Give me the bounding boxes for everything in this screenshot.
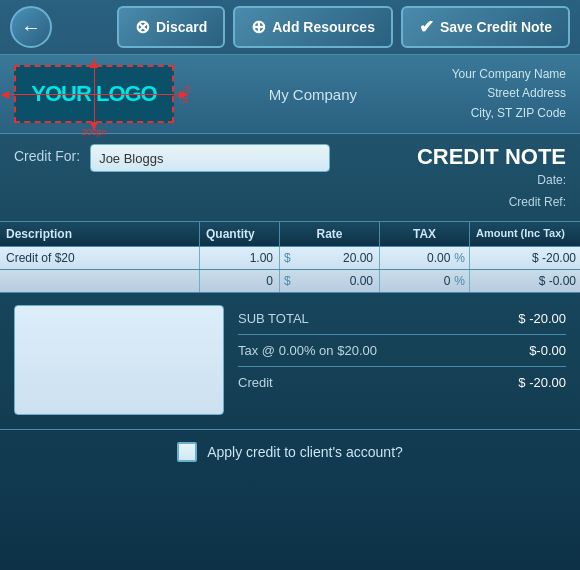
back-button[interactable]: ←	[10, 6, 52, 48]
apply-credit-label: Apply credit to client's account?	[207, 444, 403, 460]
col-header-rate: Rate	[280, 222, 380, 246]
bottom-section: SUB TOTAL $ -20.00 Tax @ 0.00% on $20.00…	[0, 295, 580, 425]
notes-box[interactable]	[14, 305, 224, 415]
credit-note-title: CREDIT NOTE	[417, 144, 566, 170]
credit-note-title-area: CREDIT NOTE Date: Credit Ref:	[417, 144, 566, 213]
percent-sign-1: %	[454, 251, 465, 265]
input-tax-1[interactable]	[384, 251, 452, 265]
divider-1	[238, 334, 566, 335]
credit-note-date: Date:	[417, 170, 566, 192]
company-street: Street Address	[452, 84, 566, 103]
discard-button[interactable]: ⊗ Discard	[117, 6, 225, 48]
add-resources-label: Add Resources	[272, 19, 375, 35]
table-container: Description Quantity Rate TAX Amount (In…	[0, 221, 580, 293]
checkbox-section: Apply credit to client's account?	[0, 429, 580, 474]
company-name-right: Your Company Name	[452, 65, 566, 84]
cell-amount-1: $ -20.00	[470, 247, 580, 269]
credit-note-ref: Credit Ref:	[417, 192, 566, 214]
add-resources-icon: ⊕	[251, 16, 266, 38]
input-rate-2[interactable]	[293, 274, 375, 288]
col-header-quantity: Quantity	[200, 222, 280, 246]
save-credit-note-button[interactable]: ✔ Save Credit Note	[401, 6, 570, 48]
subtotal-label: SUB TOTAL	[238, 311, 309, 326]
input-tax-2[interactable]	[384, 274, 452, 288]
input-description-1[interactable]	[4, 251, 195, 265]
credit-label: Credit	[238, 375, 273, 390]
totals-area: SUB TOTAL $ -20.00 Tax @ 0.00% on $20.00…	[238, 305, 566, 415]
cell-rate-1[interactable]: $	[280, 247, 380, 269]
header: ← ⊗ Discard ⊕ Add Resources ✔ Save Credi…	[0, 0, 580, 54]
amount-value-1: $ -20.00	[474, 251, 576, 265]
credit-for-label: Credit For:	[14, 144, 80, 164]
subtotal-row: SUB TOTAL $ -20.00	[238, 311, 566, 326]
cell-quantity-1[interactable]	[200, 247, 280, 269]
cell-rate-2[interactable]: $	[280, 270, 380, 292]
tax-row: Tax @ 0.00% on $20.00 $-0.00	[238, 343, 566, 358]
dollar-sign-1: $	[284, 251, 291, 265]
amount-value-2: $ -0.00	[474, 274, 576, 288]
apply-credit-checkbox[interactable]	[177, 442, 197, 462]
table-header: Description Quantity Rate TAX Amount (In…	[0, 221, 580, 247]
save-icon: ✔	[419, 16, 434, 38]
col-header-description: Description	[0, 222, 200, 246]
company-section: YOUR LOGO 200px 70px ◄ ► ▲ ▼ My Company …	[0, 54, 580, 134]
add-resources-button[interactable]: ⊕ Add Resources	[233, 6, 393, 48]
arrow-up-icon: ▲	[87, 55, 101, 71]
company-name-center: My Company	[174, 86, 452, 103]
credit-row: Credit $ -20.00	[238, 375, 566, 390]
input-description-2[interactable]	[4, 274, 195, 288]
tax-label: Tax @ 0.00% on $20.00	[238, 343, 377, 358]
cell-tax-2[interactable]: %	[380, 270, 470, 292]
cell-quantity-2[interactable]	[200, 270, 280, 292]
cell-amount-2: $ -0.00	[470, 270, 580, 292]
table-row: $ % $ -0.00	[0, 270, 580, 293]
logo-box: YOUR LOGO 200px 70px ◄ ► ▲ ▼	[14, 65, 174, 123]
table-row: $ % $ -20.00	[0, 247, 580, 270]
cell-tax-1[interactable]: %	[380, 247, 470, 269]
dollar-sign-2: $	[284, 274, 291, 288]
discard-label: Discard	[156, 19, 207, 35]
back-icon: ←	[21, 16, 41, 39]
cell-description-1[interactable]	[0, 247, 200, 269]
arrow-left-icon: ◄	[0, 86, 12, 102]
col-header-tax: TAX	[380, 222, 470, 246]
table-section: Description Quantity Rate TAX Amount (In…	[0, 221, 580, 293]
col-header-amount: Amount (Inc Tax)	[470, 222, 580, 246]
credit-value: $ -20.00	[486, 375, 566, 390]
company-city: City, ST ZIP Code	[452, 104, 566, 123]
cell-description-2[interactable]	[0, 270, 200, 292]
arrow-right-icon: ►	[176, 86, 190, 102]
credit-for-section: Credit For: CREDIT NOTE Date: Credit Ref…	[0, 134, 580, 217]
input-quantity-1[interactable]	[204, 251, 275, 265]
input-rate-1[interactable]	[293, 251, 375, 265]
save-credit-note-label: Save Credit Note	[440, 19, 552, 35]
input-quantity-2[interactable]	[204, 274, 275, 288]
company-info-right: Your Company Name Street Address City, S…	[452, 65, 566, 123]
subtotal-value: $ -20.00	[486, 311, 566, 326]
discard-icon: ⊗	[135, 16, 150, 38]
arrow-down-icon: ▼	[87, 117, 101, 133]
percent-sign-2: %	[454, 274, 465, 288]
credit-note-meta: Date: Credit Ref:	[417, 170, 566, 213]
tax-value: $-0.00	[486, 343, 566, 358]
divider-2	[238, 366, 566, 367]
credit-for-input[interactable]	[90, 144, 330, 172]
